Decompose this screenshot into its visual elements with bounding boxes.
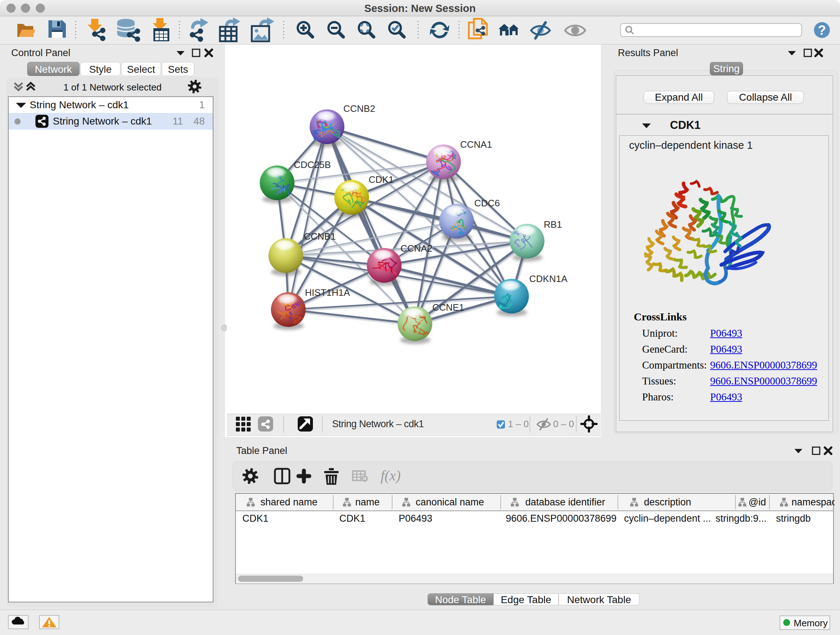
svg-text:CCNA2: CCNA2 [401, 243, 432, 254]
svg-text:?: ? [818, 23, 826, 38]
svg-text:CDC25B: CDC25B [294, 159, 331, 170]
svg-text:canonical name: canonical name [416, 497, 484, 508]
svg-text:shared name: shared name [261, 497, 317, 508]
svg-text:HIST1H1A: HIST1H1A [305, 287, 350, 298]
svg-text:String Network – cdk1: String Network – cdk1 [332, 418, 424, 429]
svg-text:CDK1: CDK1 [369, 174, 393, 185]
svg-text:RB1: RB1 [544, 219, 562, 230]
svg-text:description: description [644, 497, 691, 508]
svg-text:@id: @id [748, 497, 766, 508]
svg-text:database identifier: database identifier [525, 497, 605, 508]
svg-text:CDKN1A: CDKN1A [529, 273, 568, 284]
svg-text:1 – 0: 1 – 0 [508, 418, 529, 429]
svg-text:CCNB1: CCNB1 [304, 231, 336, 242]
svg-text:CCNE1: CCNE1 [432, 302, 464, 313]
svg-text:namespace: namespace [791, 497, 835, 508]
svg-text:CDC6: CDC6 [474, 198, 500, 209]
svg-text:CCNA1: CCNA1 [460, 139, 492, 150]
svg-text:name: name [355, 497, 380, 508]
svg-text:f(x): f(x) [381, 467, 401, 484]
svg-text:CCNB2: CCNB2 [343, 103, 375, 114]
svg-text:0 – 0: 0 – 0 [553, 418, 574, 429]
